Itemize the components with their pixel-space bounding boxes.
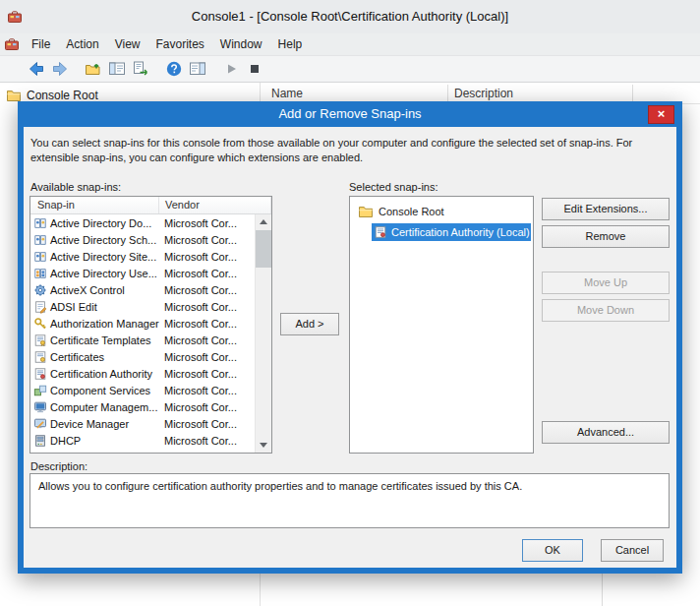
snapin-rows: Active Directory Do... Microsoft Cor... … <box>30 214 255 453</box>
cancel-button[interactable]: Cancel <box>601 539 664 562</box>
snapin-name: Authorization Manager <box>50 318 159 330</box>
snapin-row[interactable]: ActiveX Control Microsoft Cor... <box>30 281 255 298</box>
snapin-row[interactable]: Certificate Templates Microsoft Cor... <box>30 332 255 348</box>
snapin-row[interactable]: Certificates Microsoft Cor... <box>30 348 255 365</box>
remove-button[interactable]: Remove <box>542 225 670 248</box>
snapin-icon <box>33 283 47 297</box>
menu-window[interactable]: Window <box>212 34 270 54</box>
snapin-vendor: Microsoft Cor... <box>159 435 255 447</box>
column-header-snapin[interactable]: Snap-in <box>30 197 159 213</box>
tree-item-console-root[interactable]: Console Root <box>0 83 260 103</box>
description-label: Description: <box>30 460 88 472</box>
main-titlebar[interactable]: Console1 - [Console Root\Certification A… <box>0 0 700 33</box>
edit-extensions-button[interactable]: Edit Extensions... <box>542 198 670 220</box>
description-box: Allows you to configure certification au… <box>29 473 670 528</box>
scroll-up-icon[interactable] <box>256 214 271 230</box>
available-snapins-label: Available snap-ins: <box>30 181 121 193</box>
certification-authority-icon <box>374 225 387 239</box>
ok-button[interactable]: OK <box>522 539 583 562</box>
snapin-row[interactable]: ADSI Edit Microsoft Cor... <box>30 298 255 315</box>
column-header-description[interactable]: Description <box>454 87 513 100</box>
add-button[interactable]: Add > <box>280 313 339 335</box>
snapin-row[interactable]: Active Directory Sch... Microsoft Cor... <box>30 231 255 248</box>
tree-item-certification-authority-selected[interactable]: Certification Authority (Local) <box>372 223 531 241</box>
move-down-button: Move Down <box>542 299 670 322</box>
snapin-vendor: Microsoft Cor... <box>159 418 255 430</box>
play-icon[interactable] <box>220 58 242 80</box>
snapin-row[interactable]: Computer Managem... Microsoft Cor... <box>30 398 255 415</box>
column-separator[interactable] <box>447 85 448 101</box>
export-list-icon[interactable] <box>130 58 151 80</box>
tree-item-label: Certification Authority (Local) <box>391 226 530 238</box>
menu-view[interactable]: View <box>107 34 148 54</box>
advanced-button[interactable]: Advanced... <box>542 421 670 444</box>
snapin-name: Certificates <box>50 351 104 363</box>
snapin-row[interactable]: Authorization Manager Microsoft Cor... <box>30 315 255 332</box>
stop-icon[interactable] <box>244 58 265 80</box>
snapin-name: Active Directory Site... <box>50 251 156 263</box>
snapin-name: Certificate Templates <box>50 334 151 346</box>
snapin-icon <box>33 333 47 347</box>
snapin-vendor: Microsoft Cor... <box>159 234 255 246</box>
snapin-row[interactable]: Active Directory Use... Microsoft Cor... <box>30 265 255 281</box>
main-menubar: File Action View Favorites Window Help <box>0 33 700 55</box>
dialog-intro-text: You can select snap-ins for this console… <box>30 136 670 165</box>
available-snapins-list: Snap-in Vendor Active Directory Do... Mi… <box>29 196 272 454</box>
snapin-vendor: Microsoft Cor... <box>159 251 255 263</box>
snapin-vendor: Microsoft Cor... <box>159 351 255 363</box>
column-header-vendor[interactable]: Vendor <box>159 197 271 213</box>
snapin-row[interactable]: DHCP Microsoft Cor... <box>30 432 255 449</box>
snapin-icon <box>33 267 47 280</box>
folder-icon <box>358 204 374 219</box>
up-one-level-icon[interactable] <box>83 58 104 80</box>
snapin-icon <box>33 300 47 314</box>
snapin-name: Certification Authority <box>50 368 152 380</box>
dialog-titlebar[interactable]: Add or Remove Snap-ins <box>18 101 682 127</box>
back-icon[interactable] <box>26 58 47 80</box>
menu-help[interactable]: Help <box>270 34 311 54</box>
move-up-button: Move Up <box>542 272 670 294</box>
snapin-vendor: Microsoft Cor... <box>159 217 255 229</box>
snapin-name: ActiveX Control <box>50 284 125 296</box>
column-separator[interactable] <box>632 85 633 101</box>
console-file-icon <box>4 36 20 52</box>
close-icon[interactable]: × <box>648 105 674 124</box>
snapin-vendor: Microsoft Cor... <box>159 284 255 296</box>
help-icon[interactable] <box>163 58 185 80</box>
menu-favorites[interactable]: Favorites <box>148 34 212 54</box>
snapin-icon <box>33 250 47 264</box>
snapin-vendor: Microsoft Cor... <box>159 334 255 346</box>
actions-pane-divider <box>602 574 603 606</box>
list-header: Snap-in Vendor <box>30 197 271 214</box>
column-header-name[interactable]: Name <box>271 87 303 100</box>
snapin-icon <box>33 216 47 230</box>
main-toolbar <box>0 55 700 83</box>
snapin-name: Active Directory Sch... <box>50 234 156 246</box>
snapin-vendor: Microsoft Cor... <box>159 368 255 380</box>
forward-icon[interactable] <box>49 58 71 80</box>
snapin-vendor: Microsoft Cor... <box>159 268 255 279</box>
show-hide-console-tree-icon[interactable] <box>106 58 128 80</box>
scroll-down-icon[interactable] <box>256 437 271 453</box>
snapin-row[interactable]: Active Directory Site... Microsoft Cor..… <box>30 248 255 265</box>
menu-action[interactable]: Action <box>58 34 106 54</box>
snapin-icon <box>33 384 47 397</box>
snapin-name: ADSI Edit <box>50 301 97 313</box>
scrollbar-thumb[interactable] <box>256 230 271 268</box>
list-scrollbar[interactable] <box>255 214 271 453</box>
snapin-vendor: Microsoft Cor... <box>159 301 255 313</box>
show-hide-action-pane-icon[interactable] <box>187 58 208 80</box>
window-title: Console1 - [Console Root\Certification A… <box>0 9 700 24</box>
snapin-name: Device Manager <box>50 418 129 430</box>
snapin-name: DHCP <box>50 435 81 447</box>
snapin-row[interactable]: Active Directory Do... Microsoft Cor... <box>30 214 255 231</box>
mmc-console-window: Console1 - [Console Root\Certification A… <box>0 0 700 606</box>
snapin-row[interactable]: Device Manager Microsoft Cor... <box>30 415 255 432</box>
snapin-row[interactable]: Certification Authority Microsoft Cor... <box>30 365 255 382</box>
snapin-row[interactable]: Component Services Microsoft Cor... <box>30 382 255 398</box>
add-remove-snapins-dialog: Add or Remove Snap-ins × You can select … <box>18 101 682 574</box>
snapin-icon <box>33 350 47 364</box>
menu-file[interactable]: File <box>24 34 58 54</box>
snapin-icon <box>33 233 47 247</box>
tree-item-console-root-selected[interactable]: Console Root <box>350 197 533 219</box>
